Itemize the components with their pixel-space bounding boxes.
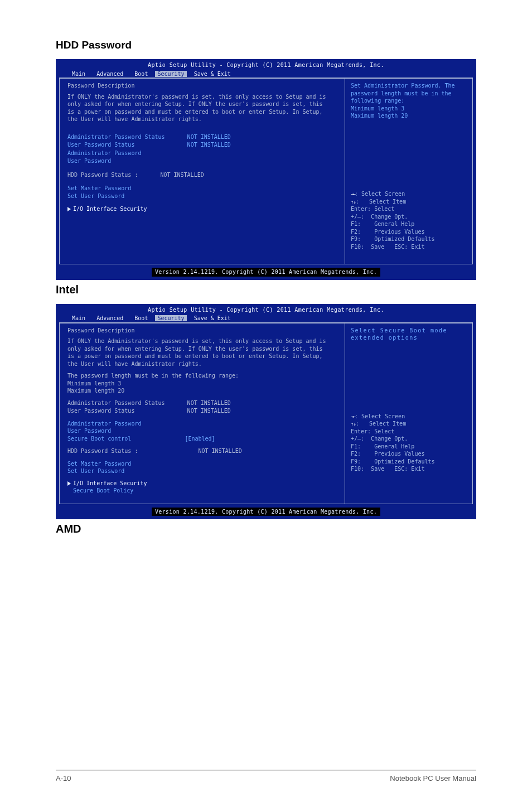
key-help: : Select Screen : Select Item Enter: Sel… bbox=[351, 190, 468, 250]
key-f10: F10: Save ESC: Exit bbox=[351, 243, 468, 251]
section-title-hdd: HDD Password bbox=[56, 39, 476, 51]
tab-boot[interactable]: Boot bbox=[130, 71, 152, 77]
manual-title: Notebook PC User Manual bbox=[390, 774, 476, 782]
password-description-body: If ONLY the Administrator's password is … bbox=[67, 93, 330, 123]
user-password-status-label: User Password Status bbox=[67, 407, 165, 416]
key-change: +/—: Change Opt. bbox=[351, 435, 468, 443]
tab-advanced[interactable]: Advanced bbox=[93, 315, 127, 321]
user-password-item[interactable]: User Password bbox=[67, 427, 339, 435]
pwlen-max: Maximum length 20 bbox=[67, 387, 339, 395]
arrows-ud-icon bbox=[351, 199, 356, 205]
bios-left-pane: Password Description If ONLY the Adminis… bbox=[59, 78, 345, 264]
bios-title: Aptio Setup Utility - Copyright (C) 2011… bbox=[56, 304, 476, 314]
user-password-status-label: User Password Status bbox=[67, 141, 165, 149]
submenu-arrow-icon bbox=[67, 207, 71, 211]
set-master-password-item[interactable]: Set Master Password bbox=[67, 185, 339, 192]
secure-boot-control-item[interactable]: Secure Boot control bbox=[67, 435, 131, 443]
hdd-password-status-value: NOT INSTALLED bbox=[138, 447, 241, 456]
tab-advanced[interactable]: Advanced bbox=[93, 71, 127, 77]
arrows-lr-icon bbox=[351, 191, 355, 197]
key-enter: Enter: Select bbox=[351, 428, 468, 436]
bios-footer-version: Version 2.14.1219. Copyright (C) 2011 Am… bbox=[152, 268, 380, 277]
section-title-amd: AMD bbox=[56, 523, 476, 535]
bios-title: Aptio Setup Utility - Copyright (C) 2011… bbox=[56, 59, 476, 69]
admin-password-status-label: Administrator Password Status bbox=[67, 399, 165, 408]
page-number: A-10 bbox=[56, 774, 71, 782]
key-f1: F1: General Help bbox=[351, 220, 468, 228]
secure-boot-control-value: [Enabled] bbox=[131, 435, 215, 443]
key-f10: F10: Save ESC: Exit bbox=[351, 465, 468, 473]
set-user-password-item[interactable]: Set User Password bbox=[67, 192, 339, 200]
user-password-status-value: NOT INSTALLED bbox=[165, 407, 231, 416]
bios-footer-version: Version 2.14.1219. Copyright (C) 2011 Am… bbox=[152, 508, 380, 516]
tab-save-exit[interactable]: Save & Exit bbox=[190, 71, 235, 77]
help-text: Select Secure Boot mode extended options bbox=[351, 327, 468, 410]
tab-save-exit[interactable]: Save & Exit bbox=[190, 315, 235, 321]
admin-password-status-label: Administrator Password Status bbox=[67, 133, 165, 142]
key-f9: F9: Optimized Defaults bbox=[351, 235, 468, 243]
key-select-screen: Select Screen bbox=[361, 413, 405, 419]
key-select-item: Select Item bbox=[369, 199, 406, 205]
hdd-password-status-value: NOT INSTALLED bbox=[138, 171, 204, 180]
submenu-arrow-icon bbox=[67, 481, 71, 486]
secure-boot-policy-item[interactable]: Secure Boot Policy bbox=[67, 487, 339, 495]
administrator-password-item[interactable]: Administrator Password bbox=[67, 149, 165, 158]
help-text-max: Maximum length 20 bbox=[351, 113, 408, 119]
io-interface-security-label: I/O Interface Security bbox=[73, 206, 147, 212]
user-password-item[interactable]: User Password bbox=[67, 157, 165, 166]
bios-tabs: Main Advanced Boot Security Save & Exit bbox=[56, 313, 476, 322]
bios-screen-1: Aptio Setup Utility - Copyright (C) 2011… bbox=[56, 59, 476, 280]
key-f9: F9: Optimized Defaults bbox=[351, 458, 468, 466]
admin-password-status-value: NOT INSTALLED bbox=[165, 133, 231, 142]
bios-left-pane: Password Description If ONLY the Adminis… bbox=[59, 323, 345, 504]
arrows-ud-icon bbox=[351, 421, 356, 427]
key-f2: F2: Previous Values bbox=[351, 228, 468, 236]
key-enter: Enter: Select bbox=[351, 205, 468, 213]
io-interface-security-item[interactable]: I/O Interface Security bbox=[67, 480, 339, 487]
user-password-status-value: NOT INSTALLED bbox=[165, 141, 231, 149]
hdd-password-status-label: HDD Password Status : bbox=[67, 171, 138, 180]
tab-security[interactable]: Security bbox=[155, 315, 186, 321]
key-f1: F1: General Help bbox=[351, 443, 468, 451]
section-title-intel: Intel bbox=[56, 283, 476, 296]
set-user-password-item[interactable]: Set User Password bbox=[67, 467, 339, 475]
key-help: : Select Screen : Select Item Enter: Sel… bbox=[351, 413, 468, 473]
password-description-label: Password Description bbox=[67, 327, 339, 335]
password-description-label: Password Description bbox=[67, 82, 339, 90]
arrows-lr-icon bbox=[351, 413, 355, 419]
io-interface-security-label: I/O Interface Security bbox=[73, 480, 147, 486]
key-select-screen: Select Screen bbox=[361, 191, 405, 197]
key-change: +/—: Change Opt. bbox=[351, 213, 468, 221]
key-f2: F2: Previous Values bbox=[351, 450, 468, 458]
password-description-body: If ONLY the Administrator's password is … bbox=[67, 337, 330, 368]
tab-main[interactable]: Main bbox=[68, 71, 89, 77]
key-select-item: Select Item bbox=[369, 421, 406, 427]
bios-screen-2: Aptio Setup Utility - Copyright (C) 2011… bbox=[56, 304, 476, 520]
tab-security[interactable]: Security bbox=[155, 71, 186, 77]
help-text-line1: Set Administrator Password. The password… bbox=[351, 83, 455, 104]
hdd-password-status-label: HDD Password Status : bbox=[67, 447, 138, 456]
administrator-password-item[interactable]: Administrator Password bbox=[67, 420, 339, 428]
admin-password-status-value: NOT INSTALLED bbox=[165, 399, 231, 408]
pwlen-intro: The password length must be in the follo… bbox=[67, 372, 339, 380]
bios-help-pane: Select Secure Boot mode extended options… bbox=[345, 323, 473, 504]
io-interface-security-item[interactable]: I/O Interface Security bbox=[67, 205, 339, 213]
bios-tabs: Main Advanced Boot Security Save & Exit bbox=[56, 69, 476, 78]
help-text-min: Minimum length 3 bbox=[351, 105, 404, 112]
tab-boot[interactable]: Boot bbox=[130, 315, 152, 321]
set-master-password-item[interactable]: Set Master Password bbox=[67, 460, 339, 468]
tab-main[interactable]: Main bbox=[68, 315, 89, 321]
bios-help-pane: Set Administrator Password. The password… bbox=[345, 78, 473, 264]
pwlen-min: Minimum length 3 bbox=[67, 380, 339, 388]
